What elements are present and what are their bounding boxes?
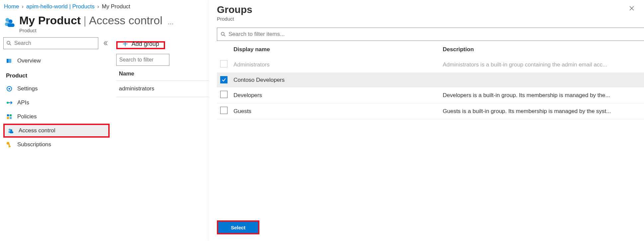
plus-icon bbox=[122, 41, 128, 47]
sidebar-search-input[interactable] bbox=[14, 40, 95, 46]
group-description: Administrators is a built-in group conta… bbox=[443, 61, 644, 68]
group-row-administrators: Administrators Administrators is a built… bbox=[217, 57, 644, 73]
chevron-right-icon: › bbox=[22, 3, 24, 10]
groups-table-header: Display name Description bbox=[217, 43, 644, 57]
checkbox[interactable] bbox=[220, 76, 228, 83]
group-description: Developers is a built-in group. Its memb… bbox=[443, 92, 644, 99]
groups-flyout: Groups Product Display name Description … bbox=[209, 0, 644, 241]
more-icon[interactable]: … bbox=[168, 19, 174, 26]
sidebar-item-subscriptions[interactable]: Subscriptions bbox=[3, 138, 110, 152]
group-name: Guests bbox=[233, 108, 443, 115]
flyout-subtype: Product bbox=[217, 16, 252, 22]
breadcrumb-parent[interactable]: apim-hello-world | Products bbox=[26, 3, 95, 10]
group-row-contoso-developers[interactable]: Contoso Developers bbox=[217, 73, 644, 87]
sidebar-item-label: Subscriptions bbox=[17, 141, 51, 148]
sidebar-item-settings[interactable]: Settings bbox=[3, 82, 110, 96]
checkbox bbox=[220, 60, 228, 67]
sidebar-item-apis[interactable]: APIs bbox=[3, 96, 110, 110]
search-icon bbox=[6, 41, 12, 46]
collapse-sidebar-icon[interactable] bbox=[102, 39, 110, 47]
chevron-right-icon: › bbox=[97, 3, 99, 10]
svg-point-4 bbox=[7, 41, 10, 44]
sidebar-section-product: Product bbox=[3, 68, 110, 82]
svg-rect-3 bbox=[8, 24, 15, 27]
sidebar-search[interactable] bbox=[3, 37, 98, 49]
overview-icon bbox=[6, 58, 13, 64]
page-subtitle: Access control bbox=[89, 14, 162, 27]
svg-point-7 bbox=[9, 88, 10, 90]
breadcrumb-current: My Product bbox=[102, 3, 130, 10]
svg-rect-12 bbox=[10, 117, 12, 119]
policies-icon bbox=[6, 113, 13, 120]
flyout-title: Groups bbox=[217, 4, 252, 15]
table-cell-name: administrators bbox=[119, 85, 154, 92]
gear-icon bbox=[6, 85, 13, 92]
breadcrumb-home[interactable]: Home bbox=[4, 3, 19, 10]
add-group-label: Add group bbox=[132, 41, 159, 48]
page-title-separator: | bbox=[83, 14, 86, 27]
apis-icon bbox=[6, 99, 13, 106]
sidebar-item-policies[interactable]: Policies bbox=[3, 110, 110, 124]
sidebar-item-label: Policies bbox=[17, 113, 37, 120]
column-display-name: Display name bbox=[233, 46, 443, 53]
group-row-guests[interactable]: Guests Guests is a built-in group. Its m… bbox=[217, 103, 644, 119]
add-group-button[interactable]: Add group bbox=[118, 37, 164, 51]
sidebar: Overview Product Settings APIs Policies bbox=[0, 37, 113, 155]
group-name: Developers bbox=[233, 92, 443, 99]
column-description: Description bbox=[443, 46, 644, 53]
svg-rect-19 bbox=[9, 146, 11, 147]
panel-search-input[interactable] bbox=[229, 31, 641, 38]
checkbox[interactable] bbox=[220, 91, 228, 98]
group-name: Contoso Developers bbox=[233, 77, 443, 83]
main-filter-input[interactable] bbox=[119, 57, 186, 63]
product-icon bbox=[4, 16, 16, 28]
svg-rect-10 bbox=[10, 114, 12, 116]
svg-line-5 bbox=[10, 44, 11, 45]
search-icon bbox=[221, 32, 226, 37]
sidebar-item-label: Settings bbox=[17, 85, 38, 92]
svg-point-22 bbox=[221, 32, 224, 35]
group-name: Administrators bbox=[233, 61, 443, 68]
sidebar-item-access-control[interactable]: Access control bbox=[3, 124, 110, 138]
sidebar-item-label: Overview bbox=[17, 58, 41, 64]
svg-point-8 bbox=[7, 102, 9, 104]
svg-line-23 bbox=[224, 35, 225, 36]
panel-search[interactable] bbox=[217, 28, 644, 41]
key-icon bbox=[6, 141, 13, 148]
access-control-icon bbox=[7, 127, 14, 134]
main-filter[interactable] bbox=[116, 54, 169, 66]
sidebar-item-overview[interactable]: Overview bbox=[3, 54, 110, 68]
close-icon[interactable] bbox=[627, 4, 636, 14]
group-description: Guests is a built-in group. Its membersh… bbox=[443, 108, 644, 115]
svg-rect-11 bbox=[7, 117, 9, 119]
resource-type-label: Product bbox=[19, 28, 174, 33]
svg-rect-9 bbox=[7, 114, 9, 116]
svg-rect-16 bbox=[10, 131, 13, 133]
sidebar-item-label: APIs bbox=[17, 99, 29, 106]
page-title: My Product bbox=[19, 14, 81, 27]
checkbox[interactable] bbox=[220, 107, 228, 114]
group-row-developers[interactable]: Developers Developers is a built-in grou… bbox=[217, 87, 644, 103]
sidebar-item-label: Access control bbox=[19, 127, 55, 134]
select-button[interactable]: Select bbox=[218, 222, 258, 233]
